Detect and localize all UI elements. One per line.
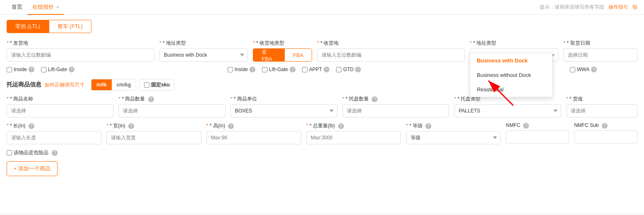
origin-address-type-select[interactable]: Business with Dock Business without Dock… xyxy=(159,48,248,62)
goods-unit-group: * 商品单位 BOXES PALLETS PIECES xyxy=(231,96,337,117)
origin-inside-checkbox[interactable]: Inside ? xyxy=(7,67,34,72)
dest-inside-help-icon[interactable]: ? xyxy=(250,67,255,72)
gtd-help-icon[interactable]: ? xyxy=(355,67,361,72)
dropdown-item-business-no-dock[interactable]: Business without Dock xyxy=(470,68,552,82)
width-group: * 宽(in) ? xyxy=(106,122,201,144)
length-help-icon[interactable]: ? xyxy=(29,123,34,129)
origin-liftgate-check[interactable] xyxy=(41,67,46,72)
pallet-type-select[interactable]: PALLETS SKIDS xyxy=(454,104,561,117)
grade-label: * 等级 ? xyxy=(406,122,501,129)
danger-goods-check[interactable] xyxy=(7,150,12,155)
height-label: * 高(in) ? xyxy=(207,122,301,129)
width-help-icon[interactable]: ? xyxy=(128,123,134,129)
grade-select[interactable]: 等级 xyxy=(406,131,501,144)
tab-ftl[interactable]: 整车 (FTL) xyxy=(49,20,91,33)
origin-input[interactable] xyxy=(7,48,154,62)
dest-liftgate-check[interactable] xyxy=(262,67,267,72)
length-group: * 长(in) ? xyxy=(7,122,101,144)
appt-help-icon[interactable]: ? xyxy=(324,67,329,72)
grade-help-icon[interactable]: ? xyxy=(425,123,431,129)
unit-cm-kg-btn[interactable]: cm/kg xyxy=(112,79,136,90)
dest-liftgate-help-icon[interactable]: ? xyxy=(290,67,296,72)
nav-home[interactable]: 首页 xyxy=(7,0,27,15)
origin-address-type-group: * 地址类型 Business with Dock Business witho… xyxy=(159,40,248,62)
form-row-1: * 发货地 * 地址类型 Business with Dock Business… xyxy=(7,40,637,62)
goods-unit-select[interactable]: BOXES PALLETS PIECES xyxy=(231,104,337,117)
origin-group: * 发货地 xyxy=(7,40,154,62)
dest-gtd-check[interactable] xyxy=(336,67,341,72)
goods-name-label: * 商品名称 xyxy=(7,96,113,103)
goods-value-input[interactable] xyxy=(566,104,637,117)
unit-toggle: in/lb cm/kg xyxy=(91,79,136,91)
wwa-help-icon[interactable]: ? xyxy=(591,67,597,72)
qty-help-icon[interactable]: ? xyxy=(148,96,154,102)
hint-link-extra[interactable]: 报 xyxy=(632,4,637,10)
pallet-qty-input[interactable] xyxy=(342,104,449,117)
wwa-checkbox[interactable]: WWA ? xyxy=(570,67,597,72)
goods-form-row-1: * 商品名称 * 商品数量 ? * 商品单位 BOXES PALLETS PIE… xyxy=(7,96,637,117)
weight-group: * 总重量(lb) ? xyxy=(306,122,401,144)
nmfc-sub-help-icon[interactable]: ? xyxy=(602,123,608,129)
height-group: * 高(in) ? xyxy=(207,122,301,144)
hint-link-guide[interactable]: 操作指引 xyxy=(608,4,628,10)
nmfc-label: NMFC ? xyxy=(506,122,569,129)
dropdown-item-business-dock[interactable]: Business with Dock xyxy=(470,53,552,68)
dest-inside-check[interactable] xyxy=(228,67,233,72)
nmfc-sub-input[interactable] xyxy=(574,130,637,143)
dest-addr-label: * 地址类型 xyxy=(470,40,558,47)
dest-inside-checkbox[interactable]: Inside ? xyxy=(228,67,255,72)
dest-liftgate-checkbox[interactable]: Lift-Gate ? xyxy=(262,67,296,72)
dest-appt-checkbox[interactable]: APPT ? xyxy=(302,67,329,72)
height-input[interactable] xyxy=(207,131,301,144)
nmfc-input[interactable] xyxy=(506,130,569,143)
goods-name-input[interactable] xyxy=(7,104,113,117)
origin-liftgate-checkbox[interactable]: Lift-Gate ? xyxy=(41,67,74,72)
grade-group: * 等级 ? 等级 xyxy=(406,122,501,144)
fba-toggle: 非FBA FBA xyxy=(253,48,312,62)
length-input[interactable] xyxy=(7,131,101,144)
delivery-type-label: * 收货地类型 xyxy=(253,40,312,47)
fba-btn[interactable]: FBA xyxy=(285,49,312,61)
weight-help-icon[interactable]: ? xyxy=(338,123,344,129)
fixed-sku-checkbox[interactable]: 固定sku xyxy=(139,79,174,91)
goods-name-group: * 商品名称 xyxy=(7,96,113,117)
unit-in-lb-btn[interactable]: in/lb xyxy=(91,79,112,90)
pickup-date-group: * 取货日期 xyxy=(563,40,637,62)
pallet-type-group: * 托盘类型 PALLETS SKIDS xyxy=(454,96,561,117)
goods-value-label: * 货值 xyxy=(566,96,637,103)
origin-label: * 发货地 xyxy=(7,40,154,47)
width-input[interactable] xyxy=(106,131,201,144)
dropdown-item-residential[interactable]: Residential xyxy=(470,82,552,97)
liftgate-help-icon[interactable]: ? xyxy=(69,67,74,72)
dimension-guide-link[interactable]: 如何正确填写尺寸 xyxy=(45,81,84,88)
dest-appt-check[interactable] xyxy=(302,67,308,72)
nmfc-help-icon[interactable]: ? xyxy=(523,123,529,129)
danger-goods-row: 该物品是危险品 ? xyxy=(7,149,637,156)
nav-close-icon[interactable]: × xyxy=(56,5,59,10)
top-nav: 首页 在线报价 × 提示：请用英语填写所有字段 操作指引 报 xyxy=(0,0,644,15)
pickup-date-input[interactable] xyxy=(563,48,637,62)
pallet-qty-label: * 托盘数量 ? xyxy=(342,96,449,103)
nav-quote[interactable]: 在线报价 × xyxy=(27,0,64,15)
delivery-type-group: * 收货地类型 非FBA FBA xyxy=(253,40,312,62)
width-label: * 宽(in) ? xyxy=(106,122,201,129)
goods-qty-input[interactable] xyxy=(118,104,225,117)
wwa-check[interactable] xyxy=(570,67,575,72)
weight-input[interactable] xyxy=(306,131,401,144)
goods-unit-label: * 商品单位 xyxy=(231,96,337,103)
origin-inside-check[interactable] xyxy=(7,67,12,72)
tab-ltl[interactable]: 零担 (LTL) xyxy=(7,20,49,33)
inside-help-icon[interactable]: ? xyxy=(29,67,34,72)
non-fba-btn[interactable]: 非FBA xyxy=(253,49,285,61)
add-goods-button[interactable]: + 添加一个商品 xyxy=(7,161,58,176)
pickup-date-label: * 取货日期 xyxy=(563,40,637,47)
danger-help-icon[interactable]: ? xyxy=(52,150,58,156)
destination-group: * 收货地 xyxy=(317,40,465,62)
destination-input[interactable] xyxy=(317,48,465,62)
sku-check[interactable] xyxy=(144,82,149,88)
address-type-dropdown: Business with Dock Business without Dock… xyxy=(470,53,553,97)
dest-gtd-checkbox[interactable]: GTD ? xyxy=(336,67,361,72)
nmfc-sub-group: NMFC Sub ? xyxy=(574,122,637,143)
pallet-qty-help-icon[interactable]: ? xyxy=(372,96,377,102)
height-help-icon[interactable]: ? xyxy=(228,123,234,129)
